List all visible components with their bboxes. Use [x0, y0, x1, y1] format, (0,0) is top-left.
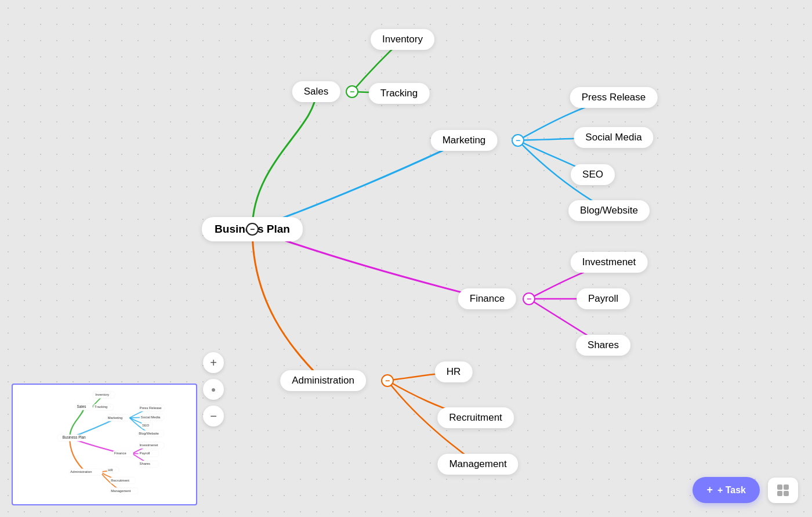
- svg-text:Shares: Shares: [139, 462, 150, 465]
- svg-text:Investmenet: Investmenet: [139, 443, 158, 447]
- grid-icon: [776, 483, 790, 497]
- minimap: Business Plan Sales Inventory Tracking M…: [12, 384, 197, 505]
- svg-text:Social Media: Social Media: [141, 415, 161, 419]
- svg-text:Inventory: Inventory: [95, 393, 109, 396]
- node-social-media[interactable]: Social Media: [574, 127, 653, 148]
- node-recruitment[interactable]: Recruitment: [437, 407, 514, 428]
- svg-rect-35: [784, 485, 789, 490]
- node-tracking[interactable]: Tracking: [369, 83, 430, 104]
- svg-rect-37: [784, 491, 789, 496]
- node-blog-website[interactable]: Blog/Website: [568, 200, 650, 221]
- zoom-out-button[interactable]: −: [203, 406, 224, 426]
- svg-text:HR: HR: [108, 468, 113, 472]
- svg-text:Recruitment: Recruitment: [111, 479, 129, 482]
- node-seo[interactable]: SEO: [571, 164, 615, 185]
- svg-rect-34: [777, 485, 782, 490]
- svg-text:Marketing: Marketing: [108, 416, 123, 420]
- svg-text:Blog/Website: Blog/Website: [139, 432, 158, 435]
- svg-text:Sales: Sales: [77, 404, 86, 408]
- collapse-btn-business-plan[interactable]: −: [246, 223, 259, 236]
- collapse-btn-marketing[interactable]: −: [512, 134, 524, 147]
- node-inventory[interactable]: Inventory: [371, 29, 434, 50]
- node-investmenet[interactable]: Investmenet: [571, 252, 648, 273]
- node-press-release[interactable]: Press Release: [570, 87, 658, 108]
- node-hr[interactable]: HR: [435, 361, 473, 382]
- svg-text:Management: Management: [111, 489, 131, 493]
- node-sales[interactable]: Sales: [292, 81, 340, 102]
- node-marketing[interactable]: Marketing: [431, 130, 498, 151]
- svg-text:Finance: Finance: [114, 451, 126, 455]
- svg-text:Tracking: Tracking: [95, 405, 107, 408]
- task-plus-icon: +: [706, 484, 713, 496]
- collapse-btn-sales[interactable]: −: [346, 85, 358, 98]
- svg-text:Business Plan: Business Plan: [63, 435, 86, 439]
- node-shares[interactable]: Shares: [576, 335, 630, 356]
- node-finance[interactable]: Finance: [458, 288, 516, 309]
- svg-text:SEO: SEO: [142, 424, 150, 427]
- svg-rect-36: [777, 491, 782, 496]
- node-management[interactable]: Management: [437, 454, 518, 475]
- node-administration[interactable]: Administration: [280, 370, 366, 391]
- svg-text:Press Release: Press Release: [139, 406, 161, 410]
- collapse-btn-administration[interactable]: −: [381, 374, 394, 387]
- svg-text:Payroll: Payroll: [139, 451, 150, 455]
- grid-button[interactable]: [768, 478, 798, 503]
- task-button[interactable]: + + Task: [693, 477, 760, 503]
- svg-text:Administration: Administration: [70, 470, 92, 473]
- node-payroll[interactable]: Payroll: [577, 288, 630, 309]
- zoom-in-button[interactable]: +: [203, 352, 224, 373]
- collapse-btn-finance[interactable]: −: [523, 292, 535, 305]
- minimap-svg: Business Plan Sales Inventory Tracking M…: [13, 385, 196, 504]
- mind-map-canvas[interactable]: Business Plan Sales Inventory Tracking M…: [0, 0, 812, 517]
- reset-button[interactable]: ●: [203, 379, 224, 400]
